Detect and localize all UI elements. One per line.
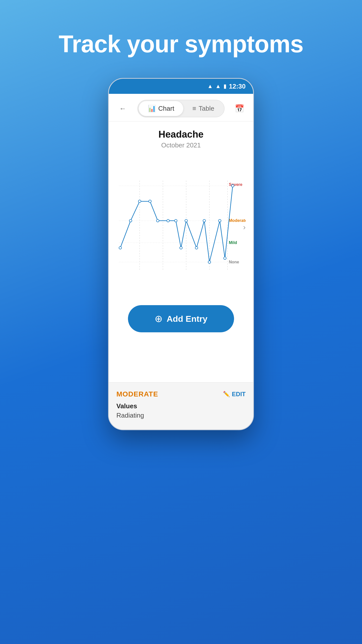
svg-point-22 (195, 247, 198, 249)
svg-point-17 (156, 219, 159, 222)
back-button[interactable]: ← (116, 102, 129, 115)
svg-point-21 (185, 219, 187, 222)
chart-container: › Severe Moderate Mild None (116, 154, 246, 300)
chart-tab-icon: 📊 (148, 105, 156, 112)
add-entry-label: Add Entry (167, 314, 207, 324)
svg-point-19 (174, 219, 177, 222)
chart-title: Headache (116, 129, 246, 140)
svg-point-24 (208, 261, 211, 263)
phone-shell: ▲ ▲ ▮ 12:30 ← 📊 Chart ≡ Table (108, 78, 254, 430)
status-icons: ▲ ▲ ▮ 12:30 (207, 83, 246, 90)
svg-text:Moderate: Moderate (229, 218, 246, 223)
top-nav: ← 📊 Chart ≡ Table 📅 (109, 94, 253, 122)
svg-text:Severe: Severe (229, 182, 242, 187)
svg-point-23 (203, 219, 205, 222)
chart-nav-right[interactable]: › (243, 223, 246, 231)
chart-subtitle: October 2021 (116, 141, 246, 149)
svg-point-14 (129, 219, 132, 222)
back-arrow-icon: ← (119, 105, 126, 113)
values-text: Radiating (116, 412, 246, 419)
svg-point-25 (218, 219, 221, 222)
severity-badge: MODERATE (116, 390, 158, 398)
svg-text:None: None (229, 260, 239, 264)
hero-title: Track your symptoms (59, 30, 303, 58)
edit-label: EDIT (232, 391, 246, 398)
svg-point-13 (119, 247, 121, 249)
calendar-icon: 📅 (235, 104, 244, 113)
tab-chart[interactable]: 📊 Chart (139, 101, 184, 116)
calendar-button[interactable]: 📅 (233, 102, 246, 115)
svg-point-26 (224, 257, 226, 259)
status-bar: ▲ ▲ ▮ 12:30 (109, 79, 253, 94)
bottom-panel: MODERATE ✏️ EDIT Values Radiating (109, 382, 253, 429)
svg-point-16 (149, 200, 151, 203)
wifi-icon: ▲ (207, 83, 213, 90)
add-plus-icon: ⊕ (155, 313, 163, 324)
tab-table-label: Table (199, 105, 214, 112)
tab-chart-label: Chart (158, 105, 174, 112)
add-entry-button[interactable]: ⊕ Add Entry (128, 305, 234, 332)
chart-section: Headache October 2021 › Severe Moderate … (109, 122, 253, 377)
svg-text:Mild: Mild (229, 240, 237, 245)
app-content: ← 📊 Chart ≡ Table 📅 Headache October 202… (109, 94, 253, 429)
values-heading: Values (116, 402, 246, 410)
severity-heading: MODERATE ✏️ EDIT (116, 390, 246, 398)
svg-point-18 (167, 219, 169, 222)
edit-pencil-icon: ✏️ (223, 391, 230, 397)
edit-button[interactable]: ✏️ EDIT (223, 391, 246, 398)
table-tab-icon: ≡ (192, 105, 196, 112)
status-time: 12:30 (229, 83, 246, 90)
tab-table[interactable]: ≡ Table (183, 101, 223, 116)
battery-icon: ▮ (223, 83, 227, 90)
svg-point-15 (138, 200, 141, 203)
signal-icon: ▲ (215, 83, 221, 90)
tab-toggle: 📊 Chart ≡ Table (138, 100, 225, 117)
line-chart: Severe Moderate Mild None (116, 154, 246, 300)
svg-point-27 (231, 184, 234, 187)
svg-point-20 (180, 247, 182, 249)
